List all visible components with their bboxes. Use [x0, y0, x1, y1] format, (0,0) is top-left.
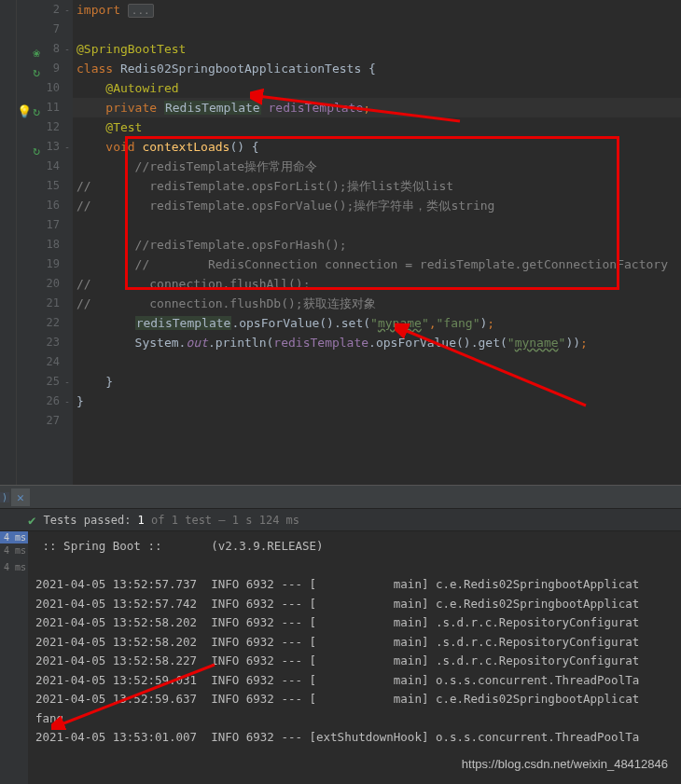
- gutter-row[interactable]: ↻9: [17, 59, 60, 78]
- code-line[interactable]: // connection.flushDb();获取连接对象: [73, 294, 681, 313]
- fold-mark: [62, 176, 73, 196]
- fold-mark: [62, 294, 73, 313]
- fold-mark: [62, 215, 73, 235]
- console-panel[interactable]: 4 ms4 ms4 ms :: Spring Boot :: (v2.3.9.R…: [0, 531, 681, 784]
- fold-mark[interactable]: -: [62, 392, 73, 411]
- gutter-row[interactable]: 26: [17, 392, 60, 411]
- console-line: 2021-04-05 13:52:58.227 INFO 6932 --- [ …: [35, 652, 674, 671]
- left-margin: [0, 0, 17, 485]
- code-editor[interactable]: 27❀8↻910💡↻1112↻1314151617181920212223242…: [0, 0, 681, 485]
- bulb-icon[interactable]: 💡: [17, 102, 30, 115]
- line-number: 26: [43, 392, 60, 411]
- gutter-row[interactable]: ❀8: [17, 39, 60, 59]
- gutter-row[interactable]: 💡↻11: [17, 98, 60, 117]
- run-icon[interactable]: ↻: [27, 141, 40, 154]
- gutter-row[interactable]: 25: [17, 372, 60, 392]
- gutter-row[interactable]: 17: [17, 215, 60, 235]
- gutter-row[interactable]: 7: [17, 20, 60, 39]
- code-line[interactable]: private RedisTemplate redisTemplate;: [73, 98, 681, 117]
- line-number: 15: [43, 176, 60, 196]
- code-line[interactable]: @Test: [73, 117, 681, 137]
- line-number: 12: [43, 117, 60, 137]
- gutter-row[interactable]: 24: [17, 352, 60, 372]
- code-line[interactable]: class Redis02SpringbootApplicationTests …: [73, 59, 681, 78]
- gutter[interactable]: 27❀8↻910💡↻1112↻1314151617181920212223242…: [17, 0, 62, 485]
- run-tab-bar[interactable]: ) ✕: [0, 485, 681, 509]
- line-number: 25: [43, 372, 60, 392]
- line-number: 27: [43, 411, 60, 431]
- code-line[interactable]: // redisTemplate.opsForList();操作list类似li…: [73, 176, 681, 196]
- line-number: 24: [43, 352, 60, 372]
- fold-mark: [62, 98, 73, 117]
- timing-label: 4 ms: [0, 545, 28, 562]
- fold-mark: [62, 274, 73, 294]
- fold-mark: [62, 157, 73, 176]
- fold-mark: [62, 196, 73, 215]
- code-line[interactable]: }: [73, 372, 681, 392]
- gutter-row[interactable]: 21: [17, 294, 60, 313]
- test-time: – 1 s 124 ms: [218, 514, 299, 527]
- fold-mark[interactable]: -: [62, 39, 73, 59]
- code-line[interactable]: redisTemplate.opsForValue().set("myname"…: [73, 313, 681, 333]
- fold-mark[interactable]: -: [62, 137, 73, 157]
- gutter-row[interactable]: 18: [17, 235, 60, 254]
- code-line[interactable]: [73, 352, 681, 372]
- gutter-row[interactable]: 27: [17, 411, 60, 431]
- fold-mark: [62, 117, 73, 137]
- line-number: 20: [43, 274, 60, 294]
- console-output[interactable]: :: Spring Boot :: (v2.3.9.RELEASE)2021-0…: [28, 531, 681, 784]
- gutter-row[interactable]: 12: [17, 117, 60, 137]
- gutter-row[interactable]: 2: [17, 0, 60, 20]
- fold-mark: [62, 235, 73, 254]
- fold-mark[interactable]: -: [62, 0, 73, 20]
- code-area[interactable]: import ...@SpringBootTestclass Redis02Sp…: [73, 0, 681, 485]
- code-line[interactable]: // connection.flushAll();: [73, 274, 681, 294]
- console-line: 2021-04-05 13:53:01.007 INFO 6932 --- [e…: [35, 728, 674, 748]
- run-icon[interactable]: ↻: [33, 102, 40, 115]
- gutter-row[interactable]: 10: [17, 78, 60, 98]
- code-line[interactable]: [73, 20, 681, 39]
- code-line[interactable]: @SpringBootTest: [73, 39, 681, 59]
- code-line[interactable]: // RedisConnection connection = redisTem…: [73, 254, 681, 274]
- code-line[interactable]: import ...: [73, 0, 681, 20]
- fold-mark: [62, 411, 73, 431]
- code-line[interactable]: // redisTemplate.opsForValue();操作字符串，类似s…: [73, 196, 681, 215]
- line-number: 9: [43, 59, 60, 78]
- code-line[interactable]: @Autowired: [73, 78, 681, 98]
- gutter-row[interactable]: 22: [17, 313, 60, 333]
- gutter-row[interactable]: ↻13: [17, 137, 60, 157]
- gutter-row[interactable]: 16: [17, 196, 60, 215]
- code-line[interactable]: [73, 411, 681, 431]
- gutter-row[interactable]: 23: [17, 333, 60, 352]
- line-number: 7: [43, 20, 60, 39]
- watermark: https://blog.csdn.net/weixin_48412846: [462, 757, 668, 771]
- code-line[interactable]: //redisTemplate.opsForHash();: [73, 235, 681, 254]
- close-tab-icon[interactable]: ✕: [11, 488, 30, 506]
- gutter-row[interactable]: 20: [17, 274, 60, 294]
- fold-mark: [62, 59, 73, 78]
- test-passed-label: Tests passed:: [43, 514, 131, 527]
- run-icon[interactable]: ↻: [27, 62, 40, 76]
- leaf-icon[interactable]: ❀: [27, 43, 40, 56]
- line-number: 8: [43, 39, 60, 59]
- fold-column[interactable]: -----: [62, 0, 73, 485]
- gutter-row[interactable]: 15: [17, 176, 60, 196]
- tab-label[interactable]: ): [0, 492, 9, 502]
- code-line[interactable]: void contextLoads() {: [73, 137, 681, 157]
- console-line: 2021-04-05 13:52:57.742 INFO 6932 --- [ …: [35, 595, 674, 614]
- console-line: 2021-04-05 13:52:58.202 INFO 6932 --- [ …: [35, 613, 674, 633]
- code-line[interactable]: }: [73, 392, 681, 411]
- console-line: :: Spring Boot :: (v2.3.9.RELEASE): [35, 537, 674, 557]
- console-line: 2021-04-05 13:52:59.031 INFO 6932 --- [ …: [35, 671, 674, 691]
- test-count: 1: [138, 514, 145, 527]
- code-line[interactable]: System.out.println(redisTemplate.opsForV…: [73, 333, 681, 352]
- gutter-row[interactable]: 14: [17, 157, 60, 176]
- code-line[interactable]: [73, 215, 681, 235]
- gutter-row[interactable]: 19: [17, 254, 60, 274]
- line-number: 23: [43, 333, 60, 352]
- line-number: 11: [43, 98, 60, 117]
- line-number: 18: [43, 235, 60, 254]
- code-line[interactable]: //redisTemplate操作常用命令: [73, 157, 681, 176]
- line-number: 13: [43, 137, 60, 157]
- fold-mark[interactable]: -: [62, 372, 73, 392]
